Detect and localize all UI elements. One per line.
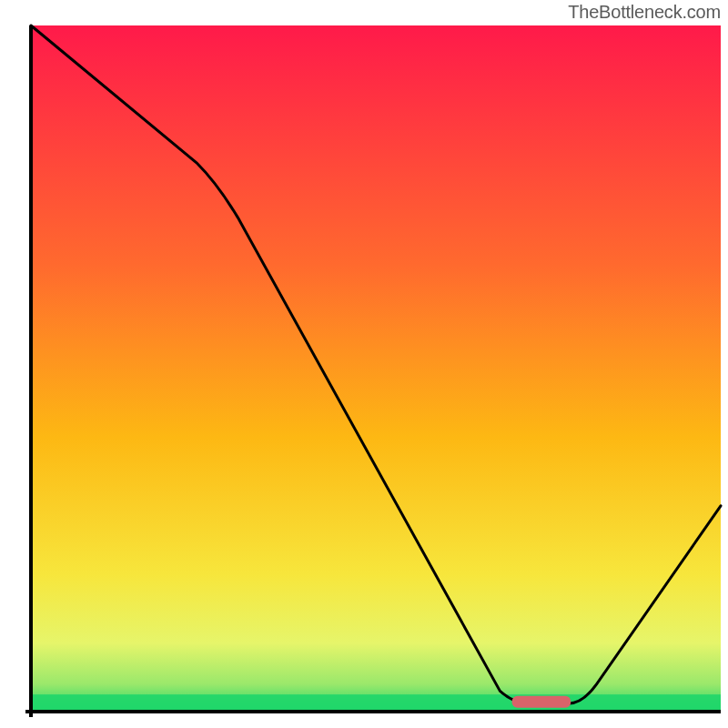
chart-svg (0, 0, 728, 728)
optimal-marker (512, 696, 571, 708)
chart-container: TheBottleneck.com (0, 0, 728, 728)
green-band (31, 694, 721, 712)
attribution-text: TheBottleneck.com (568, 2, 721, 23)
gradient-background (31, 25, 721, 712)
plot-area (25, 25, 721, 717)
